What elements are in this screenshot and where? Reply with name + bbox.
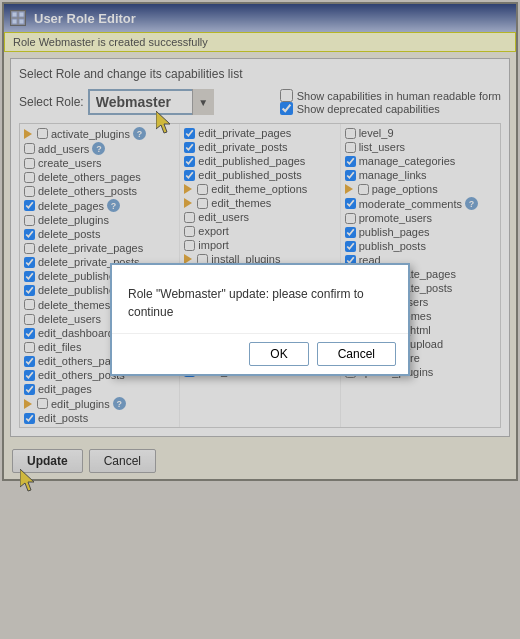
- dialog-cancel-button[interactable]: Cancel: [317, 342, 396, 366]
- dialog-buttons: OK Cancel: [112, 333, 408, 374]
- dialog-ok-button[interactable]: OK: [249, 342, 308, 366]
- confirm-overlay: Role "Webmaster" update: please confirm …: [0, 0, 520, 639]
- dialog-message: Role "Webmaster" update: please confirm …: [112, 265, 408, 333]
- confirm-dialog: Role "Webmaster" update: please confirm …: [110, 263, 410, 376]
